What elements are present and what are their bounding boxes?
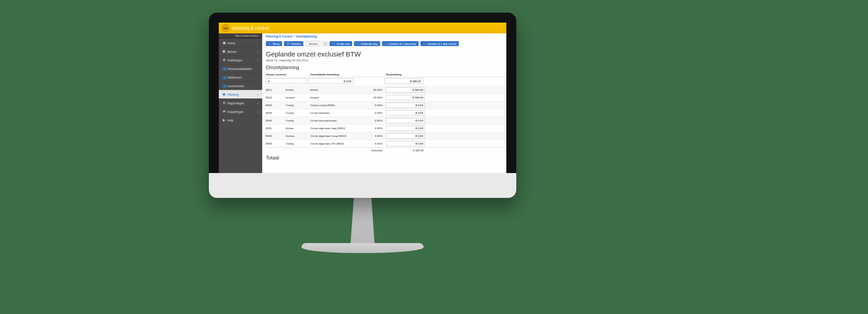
chevron-right-icon: » xyxy=(257,93,259,96)
prev-day-button[interactable]: ←Vorige dag xyxy=(330,41,352,46)
sidebar-item-help[interactable]: ▶Help xyxy=(219,116,262,124)
sidebar-item-personeelskaarten[interactable]: 👥Personeelskaarten xyxy=(219,64,262,73)
monitor-stand-neck xyxy=(344,193,382,248)
sidebar-item-label: Instellingen xyxy=(227,59,242,62)
page-date: Week 19, maandag 09 mei 2022 xyxy=(262,58,506,65)
row-cat: Overig xyxy=(286,104,308,107)
breadcrumb: Planning & Control > Omzetplanning xyxy=(262,33,506,39)
app-title: planning & control xyxy=(232,26,269,31)
app-header: est planning & control xyxy=(219,23,506,33)
row-code: 8003 xyxy=(266,142,284,145)
input-row xyxy=(262,77,506,86)
row-code: 8040 xyxy=(266,119,284,122)
sidebar-icon: ✿ xyxy=(222,58,226,62)
table-row: 8002HorecaOmzet algemeen hoog (8002)0.00… xyxy=(262,132,506,140)
sidebar-icon: ⊞ xyxy=(222,101,226,105)
row-cat: Overig xyxy=(286,112,308,114)
save-back-day-button[interactable]: ←Opslaan & 1 dag terug xyxy=(382,41,419,46)
chevron-right-icon: » xyxy=(257,102,259,104)
row-pct: 0.00% xyxy=(357,127,384,130)
next-day-button[interactable]: →Volgende dag xyxy=(354,41,380,46)
sidebar-icon: ▦ xyxy=(222,93,226,96)
done-checkbox[interactable]: ☑ xyxy=(322,41,328,47)
sidebar-item-leveranciers[interactable]: 👥Leveranciers xyxy=(219,81,262,90)
back-button[interactable]: ←Terug xyxy=(266,41,282,46)
sidebar-item-beheer[interactable]: ▦Beheer» xyxy=(219,47,262,56)
row-code: 8010 xyxy=(266,96,284,99)
col-besteding: Gemiddelde besteding xyxy=(310,73,355,76)
row-value-input[interactable] xyxy=(386,141,425,146)
table-header: Aantal couverts Gemiddelde besteding Doe… xyxy=(262,72,506,77)
sidebar-item-label: Personeelskaarten xyxy=(227,67,252,70)
monitor-frame: est planning & control Menu samenvouwen … xyxy=(209,13,516,259)
table-row: 8030OverigOmzet attracties0.00% xyxy=(262,109,506,117)
arrow-left-icon: ← xyxy=(385,42,387,45)
row-desc: Omzet algemeen laag (8001) xyxy=(310,127,355,130)
arrow-left-icon: ← xyxy=(332,42,335,45)
chevron-right-icon: » xyxy=(257,50,259,53)
row-code: 8001 xyxy=(266,127,284,130)
arrow-right-icon: → xyxy=(423,42,426,45)
table-row: 8011EntreeEntree55.00% xyxy=(262,86,506,94)
monitor-bezel: est planning & control Menu samenvouwen … xyxy=(209,13,516,198)
row-cat: Overig xyxy=(286,142,308,145)
sidebar-item-label: Home xyxy=(227,42,235,45)
sidebar-item-label: Koppelingen xyxy=(227,110,244,113)
row-value-input[interactable] xyxy=(386,126,425,131)
row-cat: Horeca xyxy=(286,135,308,137)
chevron-right-icon: » xyxy=(257,110,259,113)
besteding-input[interactable] xyxy=(308,78,354,84)
row-code: 8020 xyxy=(266,104,284,107)
sidebar-item-rapportages[interactable]: ⊞Rapportages» xyxy=(219,98,262,107)
row-pct: 0.00% xyxy=(357,119,384,122)
row-pct: 45.00% xyxy=(357,96,384,99)
sidebar-item-planning[interactable]: ▦Planning» xyxy=(219,90,262,98)
total-title: Totaal xyxy=(262,153,506,162)
row-code: 8011 xyxy=(266,89,284,91)
row-value-input[interactable] xyxy=(386,87,425,93)
toolbar: ←Terug ⭱Opslaan Gereed ☑ ←Vorige dag →Vo… xyxy=(262,39,506,49)
monitor-chin xyxy=(209,173,516,198)
row-pct: 0.00% xyxy=(357,104,384,107)
col-doel: Doelstelling xyxy=(386,73,425,76)
row-desc: Omzet attracties xyxy=(310,112,355,114)
row-value-input[interactable] xyxy=(386,110,425,116)
table-row: 8010HorecaHoreca45.00% xyxy=(262,94,506,101)
sidebar-icon: ▦ xyxy=(222,50,226,53)
sidebar-item-label: Leveranciers xyxy=(227,84,244,88)
save-button[interactable]: ⭱Opslaan xyxy=(284,41,303,46)
sidebar-collapse[interactable]: Menu samenvouwen ‹ xyxy=(219,33,262,38)
subtotal-label: Subtotaal xyxy=(357,149,384,152)
table-row: 8001EntreeOmzet algemeen laag (8001)0.00… xyxy=(262,124,506,132)
sidebar-icon: 🏠 xyxy=(222,41,226,45)
arrow-left-icon: ← xyxy=(269,42,271,45)
save-fwd-day-button[interactable]: →Opslaan & 1 dag vooruit xyxy=(420,41,459,46)
breadcrumb-leaf[interactable]: Omzetplanning xyxy=(296,35,317,38)
sidebar-item-koppelingen[interactable]: ⇄Koppelingen» xyxy=(219,107,262,116)
sidebar-icon: ▶ xyxy=(222,118,226,122)
sidebar-item-debiteuren[interactable]: 👥Debiteuren xyxy=(219,73,262,81)
row-value-input[interactable] xyxy=(386,118,425,123)
sidebar-item-home[interactable]: 🏠Home xyxy=(219,38,262,47)
doel-input[interactable] xyxy=(384,78,423,84)
row-cat: Entree xyxy=(286,127,308,130)
table-row: 8003OverigOmzet algemeen 0% (8003)0.00% xyxy=(262,140,506,147)
row-value-input[interactable] xyxy=(386,133,425,139)
couverts-input[interactable] xyxy=(266,78,307,84)
row-cat: Entree xyxy=(286,89,308,91)
subtotal-value: € 900,00 xyxy=(386,149,425,152)
chevron-right-icon: » xyxy=(257,59,259,61)
sidebar-icon: 👥 xyxy=(222,84,226,88)
done-button[interactable]: Gereed xyxy=(305,41,321,47)
row-desc: Omzet overig (8020) xyxy=(310,104,355,107)
row-desc: Omzet abonnementen xyxy=(310,119,355,122)
sidebar-item-instellingen[interactable]: ✿Instellingen» xyxy=(219,56,262,64)
row-desc: Omzet algemeen hoog (8002) xyxy=(310,135,355,137)
row-desc: Horeca xyxy=(310,96,355,99)
upload-icon: ⭱ xyxy=(287,42,289,45)
row-value-input[interactable] xyxy=(386,95,425,100)
row-code: 8030 xyxy=(266,112,284,114)
row-cat: Overig xyxy=(286,119,308,122)
breadcrumb-root[interactable]: Planning & Control xyxy=(266,35,292,38)
row-value-input[interactable] xyxy=(386,103,425,108)
